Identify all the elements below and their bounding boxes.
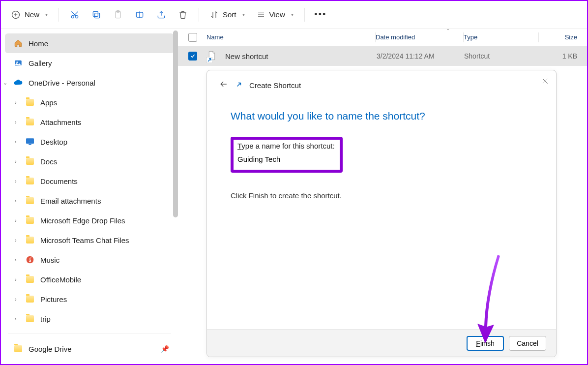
new-button[interactable]: New ▾	[6, 5, 53, 25]
sidebar-item-label: OfficeMobile	[40, 275, 81, 284]
home-icon	[13, 39, 24, 48]
dialog-question: What would you like to name the shortcut…	[231, 110, 532, 122]
folder-icon	[25, 217, 35, 224]
toolbar: New ▾ Sort ▾ View ▾ •••	[1, 1, 587, 29]
sidebar-item-folder[interactable]: ›Apps	[5, 92, 174, 112]
chevron-down-icon: ▾	[242, 12, 245, 17]
more-button[interactable]: •••	[311, 5, 330, 25]
folder-icon	[13, 345, 24, 352]
chevron-down-icon: ⌄	[3, 80, 12, 86]
dialog-body: What would you like to name the shortcut…	[207, 100, 556, 329]
sort-button[interactable]: Sort ▾	[205, 5, 250, 25]
svg-rect-10	[26, 138, 34, 144]
view-button[interactable]: View ▾	[252, 5, 298, 25]
music-icon	[25, 256, 35, 264]
cancel-button[interactable]: Cancel	[509, 336, 546, 351]
sidebar-item-label: Documents	[40, 177, 78, 185]
gallery-icon	[13, 59, 24, 67]
sidebar-item-label: Music	[40, 256, 59, 264]
chevron-right-icon: ›	[15, 296, 24, 302]
sidebar-item-folder[interactable]: ›Docs	[5, 152, 174, 171]
table-row[interactable]: New shortcut 3/2/2024 11:12 AM Shortcut …	[178, 46, 587, 66]
sidebar-item-google-drive[interactable]: Google Drive 📌	[5, 339, 174, 359]
column-date[interactable]: Date modified	[376, 33, 463, 41]
arrow-left-icon	[219, 79, 229, 89]
rename-button[interactable]	[130, 5, 149, 25]
sidebar-item-folder[interactable]: ›Microsoft Edge Drop Files	[5, 211, 174, 230]
chevron-right-icon: ›	[15, 276, 24, 282]
plus-circle-icon	[11, 10, 21, 20]
column-type[interactable]: Type	[464, 33, 538, 41]
sidebar-item-label: trip	[40, 315, 51, 323]
row-checkbox[interactable]	[188, 52, 197, 61]
select-all-checkbox[interactable]	[183, 33, 203, 42]
folder-icon	[25, 296, 35, 303]
sidebar-item-label: Gallery	[29, 59, 52, 67]
scrollbar[interactable]	[173, 30, 178, 217]
back-button[interactable]	[219, 79, 229, 91]
chevron-down-icon: ▾	[45, 12, 48, 17]
chevron-right-icon: ›	[15, 139, 24, 145]
sidebar-item-label: Desktop	[40, 138, 67, 146]
shortcut-icon	[235, 81, 242, 90]
desktop-icon	[25, 138, 35, 145]
sidebar-item-folder[interactable]: ›Microsoft Teams Chat Files	[5, 230, 174, 250]
cell-date: 3/2/2024 11:12 AM	[377, 52, 464, 60]
sidebar: Home Gallery ⌄ OneDrive - Personal ›Apps…	[1, 29, 178, 364]
chevron-down-icon: ▾	[291, 12, 294, 17]
separator	[199, 8, 199, 22]
finish-button[interactable]: Finish	[467, 336, 504, 351]
sidebar-item-folder[interactable]: ›trip	[5, 309, 174, 329]
sidebar-item-folder[interactable]: ›Pictures	[5, 289, 174, 309]
sidebar-item-home[interactable]: Home	[5, 33, 174, 53]
dialog-title: Create Shortcut	[249, 81, 301, 90]
sidebar-item-folder[interactable]: ›Attachments	[5, 112, 174, 132]
sidebar-item-gallery[interactable]: Gallery	[5, 53, 174, 73]
separator	[8, 334, 171, 334]
sidebar-item-label: OneDrive - Personal	[29, 79, 95, 87]
column-name[interactable]: Name	[203, 33, 375, 41]
close-button[interactable]	[541, 77, 549, 87]
sidebar-item-folder[interactable]: ›OfficeMobile	[5, 270, 174, 289]
chevron-right-icon: ›	[15, 257, 24, 263]
pin-icon: 📌	[161, 345, 169, 353]
sidebar-item-label: Home	[29, 39, 48, 48]
svg-rect-4	[93, 11, 98, 16]
folder-icon	[25, 158, 35, 165]
highlight-annotation: Type a name for this shortcut:	[231, 137, 343, 173]
copy-button[interactable]	[87, 5, 106, 25]
sidebar-item-onedrive[interactable]: ⌄ OneDrive - Personal	[5, 73, 174, 92]
column-size[interactable]: Size	[539, 33, 587, 41]
chevron-right-icon: ›	[15, 119, 24, 125]
sidebar-item-folder[interactable]: ›Desktop	[5, 132, 174, 152]
sidebar-item-folder[interactable]: ›Music	[5, 250, 174, 270]
paste-button[interactable]	[108, 5, 128, 25]
sidebar-item-label: Microsoft Teams Chat Files	[40, 236, 129, 244]
svg-point-9	[16, 61, 18, 63]
folder-icon	[25, 99, 35, 106]
chevron-right-icon: ›	[15, 198, 24, 204]
create-shortcut-dialog: Create Shortcut What would you like to n…	[206, 70, 557, 357]
sidebar-item-label: Apps	[40, 98, 57, 107]
close-icon	[541, 77, 549, 85]
copy-icon	[91, 10, 101, 20]
folder-icon	[25, 315, 35, 322]
rename-icon	[135, 10, 145, 20]
chevron-right-icon: ›	[15, 316, 24, 322]
column-headers: ⌃ Name Date modified Type Size	[178, 29, 587, 46]
sidebar-item-folder[interactable]: ›Email attachments	[5, 191, 174, 211]
view-label: View	[269, 10, 285, 19]
dialog-hint: Click Finish to create the shortcut.	[231, 191, 532, 200]
shortcut-name-input[interactable]	[237, 152, 338, 166]
cut-button[interactable]	[65, 5, 85, 25]
share-button[interactable]	[151, 5, 171, 25]
chevron-right-icon: ›	[15, 237, 24, 243]
sidebar-item-folder[interactable]: ›Documents	[5, 171, 174, 191]
scissors-icon	[70, 10, 80, 20]
folder-icon	[25, 237, 35, 243]
svg-rect-11	[29, 144, 31, 145]
delete-button[interactable]	[173, 5, 193, 25]
sidebar-item-label: Microsoft Edge Drop Files	[40, 216, 125, 225]
shortcut-file-icon	[207, 51, 216, 62]
share-icon	[156, 10, 166, 20]
